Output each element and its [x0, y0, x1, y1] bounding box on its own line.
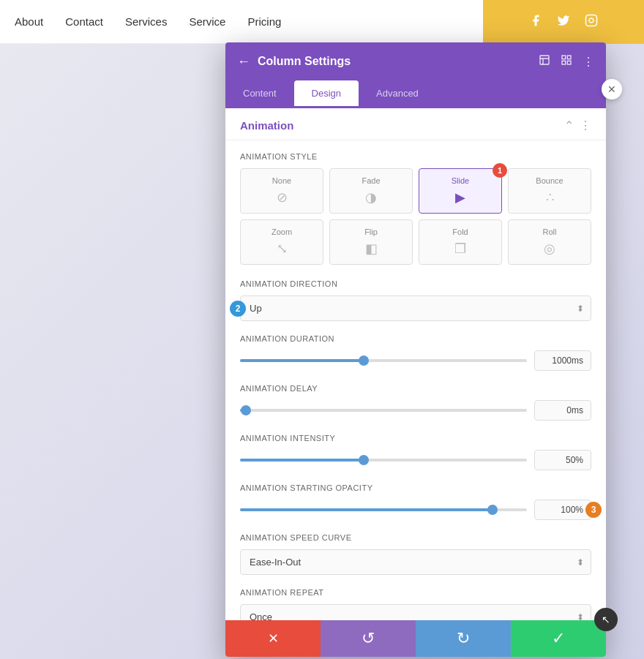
- section-more-icon[interactable]: ⋮: [580, 118, 591, 132]
- anim-option-fade[interactable]: Fade ◑: [329, 168, 413, 214]
- modal-footer: ✕ ↺ ↻ ✓: [225, 620, 606, 657]
- anim-option-none[interactable]: None ⊘: [240, 168, 323, 214]
- redo-button[interactable]: ↻: [416, 620, 511, 657]
- slide-badge: 1: [493, 163, 507, 178]
- modal-header-left: ← Column Settings: [237, 54, 351, 69]
- preview-icon[interactable]: [539, 54, 550, 69]
- direction-select-wrapper: Up Down Left Right Center ⬍: [240, 295, 591, 321]
- animation-style-grid: None ⊘ Fade ◑ 1 Slide ▶: [240, 168, 591, 265]
- handle-icon: ↖: [602, 614, 610, 625]
- repeat-select-wrapper: Once Loop Twice ⬍: [240, 604, 591, 620]
- opacity-badge: 3: [585, 502, 602, 518]
- tab-design[interactable]: Design: [294, 80, 359, 108]
- speed-curve-select-wrapper: Ease-In-Out Ease-In Ease-Out Linear Ease…: [240, 549, 591, 575]
- opacity-slider-track: [240, 508, 527, 511]
- delay-slider-thumb[interactable]: [241, 405, 251, 415]
- intensity-slider-container[interactable]: [240, 453, 527, 467]
- delay-slider-track: [240, 409, 527, 412]
- instagram-icon[interactable]: [585, 14, 598, 31]
- modal-title: Column Settings: [258, 55, 351, 68]
- anim-option-slide[interactable]: 1 Slide ▶: [419, 168, 502, 214]
- duration-value-input[interactable]: [534, 350, 591, 371]
- animation-duration-label: Animation Duration: [240, 334, 591, 343]
- cancel-button[interactable]: ✕: [225, 620, 321, 657]
- opacity-slider-container[interactable]: [240, 502, 527, 517]
- svg-rect-2: [540, 56, 549, 64]
- anim-fold-icon: ❒: [425, 241, 495, 257]
- facebook-icon[interactable]: [529, 14, 542, 31]
- duration-slider-container[interactable]: [240, 353, 527, 368]
- anim-none-label: None: [247, 176, 317, 185]
- animation-speed-curve-label: Animation Speed Curve: [240, 533, 591, 542]
- anim-bounce-label: Bounce: [514, 176, 585, 185]
- anim-zoom-label: Zoom: [247, 227, 317, 236]
- twitter-icon[interactable]: [557, 14, 570, 31]
- intensity-slider-thumb[interactable]: [359, 455, 369, 465]
- animation-direction-label: Animation Direction: [240, 279, 591, 288]
- animation-style-label: Animation Style: [240, 152, 591, 161]
- duration-slider-track: [240, 359, 527, 362]
- nav-contact[interactable]: Contact: [65, 15, 103, 28]
- intensity-value-input[interactable]: [534, 450, 591, 470]
- top-navigation: About Contact Services Service Pricing: [0, 0, 644, 44]
- speed-curve-select[interactable]: Ease-In-Out Ease-In Ease-Out Linear Ease: [240, 549, 591, 575]
- anim-roll-label: Roll: [514, 227, 585, 236]
- anim-option-flip[interactable]: Flip ◧: [329, 219, 413, 265]
- cancel-icon: ✕: [268, 630, 279, 647]
- anim-flip-icon: ◧: [336, 241, 406, 257]
- duration-slider-thumb[interactable]: [359, 355, 369, 366]
- back-icon[interactable]: ←: [237, 54, 250, 69]
- tab-advanced[interactable]: Advanced: [359, 80, 436, 108]
- redo-icon: ↻: [457, 629, 470, 648]
- nav-service[interactable]: Service: [189, 15, 225, 28]
- anim-none-icon: ⊘: [247, 189, 317, 206]
- delay-slider-row: [240, 400, 591, 421]
- nav-about[interactable]: About: [15, 15, 43, 28]
- animation-style-field: Animation Style None ⊘ Fade ◑ 1: [240, 152, 591, 265]
- animation-delay-field: Animation Delay: [240, 384, 591, 421]
- direction-select[interactable]: Up Down Left Right Center: [240, 295, 591, 321]
- animation-section-title: Animation: [240, 119, 293, 132]
- anim-fade-icon: ◑: [336, 189, 406, 206]
- anim-option-roll[interactable]: Roll ◎: [508, 219, 591, 265]
- anim-option-zoom[interactable]: Zoom ⤡: [240, 219, 323, 265]
- nav-services[interactable]: Services: [125, 15, 168, 28]
- svg-rect-4: [567, 56, 571, 59]
- animation-section-header: Animation ⌃ ⋮: [225, 108, 606, 140]
- svg-rect-6: [562, 61, 566, 64]
- more-icon[interactable]: ⋮: [583, 55, 594, 69]
- save-icon: ✓: [552, 629, 565, 648]
- intensity-slider-fill: [240, 459, 364, 462]
- direction-badge: 2: [230, 301, 246, 317]
- anim-bounce-icon: ∴: [514, 189, 585, 206]
- tab-content[interactable]: Content: [225, 80, 294, 108]
- duration-slider-fill: [240, 359, 364, 362]
- opacity-slider-with-badge: 3: [240, 500, 591, 520]
- svg-rect-3: [562, 56, 566, 59]
- anim-roll-icon: ◎: [514, 241, 585, 257]
- delay-value-input[interactable]: [534, 400, 591, 421]
- opacity-slider-thumb[interactable]: [487, 505, 498, 515]
- bottom-handle-button[interactable]: ↖: [594, 608, 618, 631]
- reset-button[interactable]: ↺: [321, 620, 416, 657]
- save-button[interactable]: ✓: [511, 620, 606, 657]
- reset-icon: ↺: [362, 629, 375, 648]
- animation-repeat-field: Animation Repeat Once Loop Twice ⬍: [240, 588, 591, 620]
- repeat-select[interactable]: Once Loop Twice: [240, 604, 591, 620]
- nav-pricing[interactable]: Pricing: [247, 15, 281, 28]
- modal-tabs: Content Design Advanced: [225, 80, 606, 108]
- layout-icon[interactable]: [561, 54, 572, 69]
- collapse-icon[interactable]: ⌃: [564, 118, 574, 132]
- modal-header: ← Column Settings ⋮: [225, 42, 606, 80]
- delay-slider-container[interactable]: [240, 403, 527, 418]
- modal-body: Animation ⌃ ⋮ Animation Style None ⊘: [225, 108, 606, 620]
- anim-option-bounce[interactable]: Bounce ∴: [508, 168, 591, 214]
- anim-option-fold[interactable]: Fold ❒: [419, 219, 502, 265]
- animation-duration-field: Animation Duration: [240, 334, 591, 371]
- animation-repeat-label: Animation Repeat: [240, 588, 591, 597]
- animation-direction-field: Animation Direction 2 Up Down Left Right…: [240, 279, 591, 321]
- anim-slide-label: Slide: [425, 176, 495, 185]
- opacity-value-input[interactable]: [534, 500, 591, 520]
- animation-delay-label: Animation Delay: [240, 384, 591, 393]
- panel-close-button[interactable]: ✕: [602, 79, 622, 99]
